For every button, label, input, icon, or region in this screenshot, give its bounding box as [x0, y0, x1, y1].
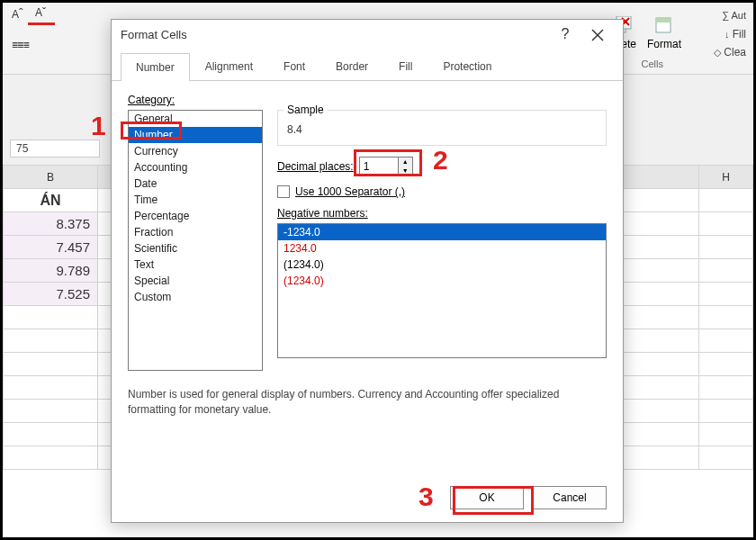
- format-description: Number is used for general display of nu…: [128, 387, 607, 418]
- ok-button[interactable]: OK: [450, 486, 524, 509]
- spinner-down-icon[interactable]: ▼: [399, 166, 412, 176]
- formula-value[interactable]: 75: [10, 140, 100, 158]
- underline-highlight: [28, 22, 55, 25]
- negative-numbers-label: Negative numbers:: [277, 207, 607, 220]
- category-item[interactable]: Time: [129, 192, 262, 208]
- decimal-places-spinner[interactable]: ▲ ▼: [359, 157, 413, 176]
- format-button[interactable]: Format: [647, 16, 681, 50]
- thousands-separator-label: Use 1000 Separator (,): [295, 185, 405, 198]
- formula-bar[interactable]: 75: [10, 140, 100, 158]
- svg-rect-5: [656, 18, 670, 22]
- cancel-button[interactable]: Cancel: [533, 486, 607, 509]
- row-header[interactable]: ÁN: [4, 189, 98, 212]
- category-item[interactable]: Number: [129, 127, 262, 143]
- close-icon: [591, 29, 604, 41]
- category-item[interactable]: Date: [129, 176, 262, 192]
- category-item[interactable]: Scientific: [129, 240, 262, 256]
- category-item[interactable]: General: [129, 111, 262, 127]
- tab-protection[interactable]: Protection: [428, 52, 507, 80]
- align-buttons[interactable]: ≡ ≡ ≡: [12, 39, 28, 51]
- category-item[interactable]: Percentage: [129, 208, 262, 224]
- autosum-button[interactable]: ∑ Aut: [722, 10, 746, 21]
- col-header-b[interactable]: B: [4, 166, 98, 189]
- negative-format-item[interactable]: 1234.0: [278, 240, 606, 256]
- negative-format-item[interactable]: (1234.0): [278, 273, 606, 289]
- tab-number[interactable]: Number: [121, 53, 190, 81]
- category-item[interactable]: Custom: [129, 289, 262, 305]
- tab-alignment[interactable]: Alignment: [190, 52, 268, 80]
- negative-format-item[interactable]: (1234.0): [278, 256, 606, 273]
- dialog-tabs: Number Alignment Font Border Fill Protec…: [112, 52, 623, 81]
- negative-format-item[interactable]: -1234.0: [278, 224, 606, 240]
- decimal-places-input[interactable]: [360, 158, 398, 176]
- sample-group: Sample 8.4: [277, 110, 607, 146]
- category-list[interactable]: GeneralNumberCurrencyAccountingDateTimeP…: [128, 110, 263, 371]
- format-cells-icon: [652, 16, 676, 36]
- tab-fill[interactable]: Fill: [383, 52, 428, 80]
- tab-font[interactable]: Font: [268, 52, 320, 80]
- category-item[interactable]: Text: [129, 256, 262, 273]
- sample-label: Sample: [284, 104, 328, 116]
- format-cells-dialog: Format Cells ? Number Alignment Font Bor…: [111, 19, 624, 523]
- format-label: Format: [647, 38, 681, 50]
- tab-border[interactable]: Border: [320, 52, 383, 80]
- dialog-body: Category: GeneralNumberCurrencyAccountin…: [112, 81, 623, 430]
- clear-button[interactable]: ◇ Clea: [714, 46, 746, 58]
- spinner-up-icon[interactable]: ▲: [399, 158, 412, 166]
- dialog-titlebar: Format Cells ?: [112, 20, 623, 49]
- cells-group-label: Cells: [642, 58, 663, 69]
- annotation-number-1: 1: [91, 111, 106, 141]
- col-header-h[interactable]: H: [699, 166, 753, 189]
- font-shrink-button[interactable]: Aˇ: [35, 6, 46, 19]
- sample-value: 8.4: [287, 123, 597, 136]
- decimal-places-label: Decimal places:: [277, 160, 354, 173]
- category-item[interactable]: Accounting: [129, 159, 262, 176]
- negative-numbers-list[interactable]: -1234.01234.0(1234.0)(1234.0): [277, 223, 607, 358]
- dialog-title: Format Cells: [121, 28, 549, 41]
- thousands-separator-checkbox[interactable]: [277, 185, 290, 198]
- help-button[interactable]: ?: [549, 26, 581, 42]
- close-button[interactable]: [581, 26, 614, 42]
- fill-button[interactable]: ↓ Fill: [724, 28, 746, 40]
- font-grow-button[interactable]: Aˆ: [12, 6, 23, 21]
- category-label: Category:: [128, 94, 607, 106]
- category-item[interactable]: Special: [129, 273, 262, 289]
- category-item[interactable]: Fraction: [129, 224, 262, 240]
- category-item[interactable]: Currency: [129, 143, 262, 159]
